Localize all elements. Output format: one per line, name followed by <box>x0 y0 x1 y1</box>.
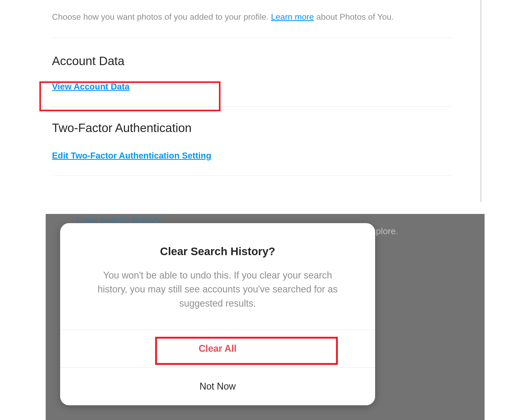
photos-of-you-description: Choose how you want photos of you added … <box>52 10 451 23</box>
dialog-description: You won't be able to undo this. If you c… <box>97 268 338 310</box>
two-factor-heading: Two-Factor Authentication <box>52 121 451 135</box>
modal-backdrop: Clear Search History n Explore. Clear Se… <box>27 214 485 420</box>
dialog-body: Clear Search History? You won't be able … <box>60 223 375 330</box>
view-account-data-link[interactable]: View Account Data <box>52 82 451 92</box>
edit-two-factor-link[interactable]: Edit Two-Factor Authentication Setting <box>52 151 451 161</box>
account-data-heading: Account Data <box>52 54 451 68</box>
photos-desc-before: Choose how you want photos of you added … <box>52 12 271 22</box>
not-now-button[interactable]: Not Now <box>60 368 375 405</box>
learn-more-link[interactable]: Learn more <box>271 12 314 22</box>
photos-desc-after: about Photos of You. <box>314 12 394 22</box>
clear-all-button[interactable]: Clear All <box>60 330 375 368</box>
dialog-title: Clear Search History? <box>76 245 359 258</box>
clear-search-history-dialog: Clear Search History? You won't be able … <box>60 223 375 405</box>
page-edge <box>27 214 46 420</box>
divider <box>52 38 451 38</box>
settings-panel: Choose how you want photos of you added … <box>52 10 451 176</box>
divider <box>52 175 451 176</box>
scrollbar-track <box>480 0 481 202</box>
divider <box>52 106 451 107</box>
